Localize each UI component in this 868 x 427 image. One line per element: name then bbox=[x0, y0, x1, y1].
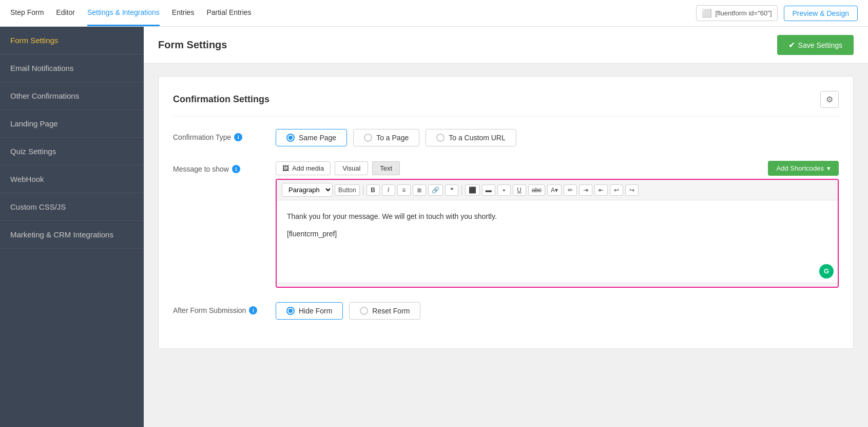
nav-settings-integrations[interactable]: Settings & Integrations bbox=[87, 0, 160, 26]
confirmation-type-options: Same Page To a Page To a Custom URL bbox=[276, 129, 839, 146]
nav-step-form[interactable]: Step Form bbox=[10, 0, 44, 26]
add-shortcodes-label: Add Shortcodes bbox=[776, 164, 824, 172]
toolbar-strikethrough[interactable]: abc bbox=[528, 184, 545, 196]
visual-tab[interactable]: Visual bbox=[335, 161, 368, 175]
after-form-radio-group: Hide Form Reset Form bbox=[276, 302, 839, 320]
sidebar-item-custom-css-js[interactable]: Custom CSS/JS bbox=[0, 193, 144, 221]
shortcode-icon: ⬜ bbox=[702, 8, 712, 18]
toolbar-sep-2 bbox=[461, 185, 462, 195]
add-media-label: Add media bbox=[292, 164, 324, 172]
sidebar-item-form-settings[interactable]: Form Settings bbox=[0, 27, 144, 54]
option-to-custom-url[interactable]: To a Custom URL bbox=[426, 129, 516, 146]
message-to-show-info-icon: i bbox=[232, 165, 240, 173]
preview-design-button[interactable]: Preview & Design bbox=[784, 6, 858, 21]
grammarly-badge: G bbox=[819, 264, 834, 279]
gear-button[interactable]: ⚙ bbox=[820, 91, 839, 108]
message-editor-container: 🖼 Add media Visual Text Add Shortcodes ▾ bbox=[276, 161, 839, 288]
editor-content: Thank you for your message. We will get … bbox=[287, 211, 827, 240]
radio-dot-to-a-page bbox=[364, 134, 372, 142]
sidebar-item-landing-page[interactable]: Landing Page bbox=[0, 110, 144, 138]
nav-items: Step Form Editor Settings & Integrations… bbox=[10, 0, 696, 26]
editor-line-1: Thank you for your message. We will get … bbox=[287, 211, 827, 222]
radio-group: Same Page To a Page To a Custom URL bbox=[276, 129, 839, 146]
toolbar-ul[interactable]: ≡ bbox=[397, 184, 411, 196]
after-form-submission-info-icon: i bbox=[249, 306, 257, 314]
nav-editor[interactable]: Editor bbox=[56, 0, 75, 26]
sidebar-item-webhook[interactable]: WebHook bbox=[0, 165, 144, 193]
paragraph-select[interactable]: Paragraph bbox=[282, 183, 333, 197]
option-same-page-label: Same Page bbox=[299, 134, 336, 142]
page-header: Form Settings ✔ Save Settings bbox=[144, 27, 868, 64]
toolbar-button-btn[interactable]: Button bbox=[335, 184, 360, 196]
toolbar-indent[interactable]: ⇥ bbox=[579, 184, 592, 196]
shortcode-text: [fluentform id="60"] bbox=[715, 9, 771, 17]
toolbar-align-center[interactable]: ▬ bbox=[482, 184, 495, 196]
page-layout: Form Settings Email Notifications Other … bbox=[0, 27, 868, 427]
card-title: Confirmation Settings bbox=[173, 94, 269, 105]
editor-top-left: 🖼 Add media Visual Text bbox=[276, 161, 400, 175]
option-same-page[interactable]: Same Page bbox=[276, 129, 347, 146]
sidebar-item-marketing-crm[interactable]: Marketing & CRM Integrations bbox=[0, 221, 144, 249]
option-to-a-page[interactable]: To a Page bbox=[353, 129, 419, 146]
option-to-a-page-label: To a Page bbox=[376, 134, 409, 142]
radio-dot-to-custom-url bbox=[436, 134, 445, 142]
toolbar-italic[interactable]: I bbox=[382, 184, 395, 196]
toolbar-bold[interactable]: B bbox=[367, 184, 380, 196]
nav-right: ⬜ [fluentform id="60"] Preview & Design bbox=[696, 5, 858, 21]
option-hide-form[interactable]: Hide Form bbox=[276, 302, 343, 320]
confirmation-type-label: Confirmation Type i bbox=[173, 129, 276, 141]
sidebar-item-quiz-settings[interactable]: Quiz Settings bbox=[0, 138, 144, 165]
sidebar: Form Settings Email Notifications Other … bbox=[0, 27, 144, 427]
toolbar-blockquote[interactable]: ❝ bbox=[445, 184, 458, 196]
message-to-show-label: Message to show i bbox=[173, 161, 276, 173]
toolbar-link[interactable]: 🔗 bbox=[428, 184, 443, 196]
toolbar-sep-1 bbox=[363, 185, 363, 195]
nav-partial-entries[interactable]: Partial Entries bbox=[206, 0, 251, 26]
editor-line-2: [fluentcrm_pref] bbox=[287, 228, 827, 239]
content-area: Confirmation Settings ⚙ Confirmation Typ… bbox=[144, 64, 868, 372]
text-tab[interactable]: Text bbox=[372, 161, 400, 175]
sidebar-item-other-confirmations[interactable]: Other Confirmations bbox=[0, 82, 144, 110]
after-form-submission-label: After Form Submission i bbox=[173, 302, 276, 314]
option-reset-form[interactable]: Reset Form bbox=[349, 302, 420, 320]
radio-dot-same-page bbox=[286, 134, 295, 142]
message-to-show-row: Message to show i 🖼 Add media Visual bbox=[173, 161, 839, 288]
add-media-button[interactable]: 🖼 Add media bbox=[276, 161, 331, 175]
after-form-submission-options: Hide Form Reset Form bbox=[276, 302, 839, 320]
save-label: Save Settings bbox=[798, 41, 842, 49]
main-content: Form Settings ✔ Save Settings Confirmati… bbox=[144, 27, 868, 427]
editor-wrapper: Paragraph Button B I ≡ ≣ 🔗 ❝ bbox=[276, 179, 839, 288]
toolbar-font-color[interactable]: A▾ bbox=[547, 184, 562, 196]
toolbar-outdent[interactable]: ⇤ bbox=[594, 184, 608, 196]
add-shortcodes-button[interactable]: Add Shortcodes ▾ bbox=[768, 161, 839, 176]
toolbar-ol[interactable]: ≣ bbox=[413, 184, 426, 196]
nav-entries[interactable]: Entries bbox=[172, 0, 195, 26]
option-hide-form-label: Hide Form bbox=[299, 307, 332, 315]
editor-body[interactable]: Thank you for your message. We will get … bbox=[277, 200, 838, 283]
page-title: Form Settings bbox=[158, 39, 227, 51]
sidebar-item-email-notifications[interactable]: Email Notifications bbox=[0, 54, 144, 82]
confirmation-settings-card: Confirmation Settings ⚙ Confirmation Typ… bbox=[158, 76, 854, 349]
editor-toolbar: Paragraph Button B I ≡ ≣ 🔗 ❝ bbox=[277, 180, 838, 200]
toolbar-align-right[interactable]: ▪ bbox=[497, 184, 511, 196]
check-icon: ✔ bbox=[788, 40, 795, 50]
confirmation-type-row: Confirmation Type i Same Page To a Page bbox=[173, 129, 839, 146]
editor-top-controls: 🖼 Add media Visual Text Add Shortcodes ▾ bbox=[276, 161, 839, 176]
top-nav: Step Form Editor Settings & Integrations… bbox=[0, 0, 868, 27]
confirmation-type-info-icon: i bbox=[234, 133, 242, 141]
chevron-down-icon: ▾ bbox=[827, 164, 831, 172]
radio-dot-reset-form bbox=[360, 307, 368, 315]
toolbar-eraser[interactable]: ✏ bbox=[564, 184, 577, 196]
toolbar-redo[interactable]: ↪ bbox=[625, 184, 639, 196]
option-reset-form-label: Reset Form bbox=[372, 307, 410, 315]
card-header: Confirmation Settings ⚙ bbox=[173, 91, 839, 117]
after-form-submission-row: After Form Submission i Hide Form Reset bbox=[173, 302, 839, 320]
add-media-icon: 🖼 bbox=[282, 164, 289, 172]
save-settings-button[interactable]: ✔ Save Settings bbox=[777, 35, 854, 55]
option-to-custom-url-label: To a Custom URL bbox=[449, 134, 505, 142]
toolbar-undo[interactable]: ↩ bbox=[610, 184, 623, 196]
toolbar-align-left[interactable]: ⬛ bbox=[465, 184, 480, 196]
shortcode-badge[interactable]: ⬜ [fluentform id="60"] bbox=[696, 5, 777, 21]
toolbar-underline[interactable]: U bbox=[513, 184, 526, 196]
editor-resize-handle[interactable] bbox=[277, 283, 838, 287]
